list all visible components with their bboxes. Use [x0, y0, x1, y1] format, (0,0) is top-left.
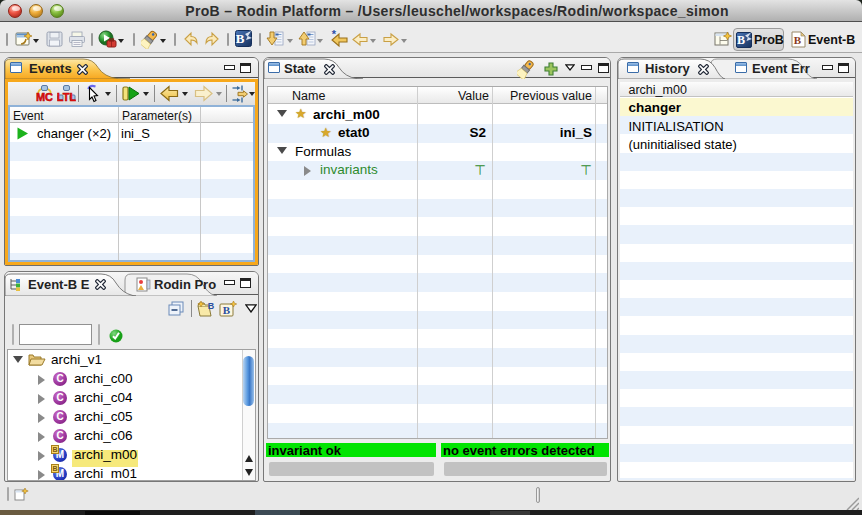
svg-text:LTL: LTL	[57, 91, 76, 103]
svg-text:B: B	[794, 34, 802, 46]
svg-text:B: B	[223, 304, 231, 316]
svg-text:B: B	[737, 33, 745, 47]
svg-text:*: *	[332, 30, 337, 40]
svg-text:B: B	[236, 31, 245, 46]
svg-text:MC: MC	[36, 91, 53, 102]
svg-text:B: B	[208, 301, 215, 311]
